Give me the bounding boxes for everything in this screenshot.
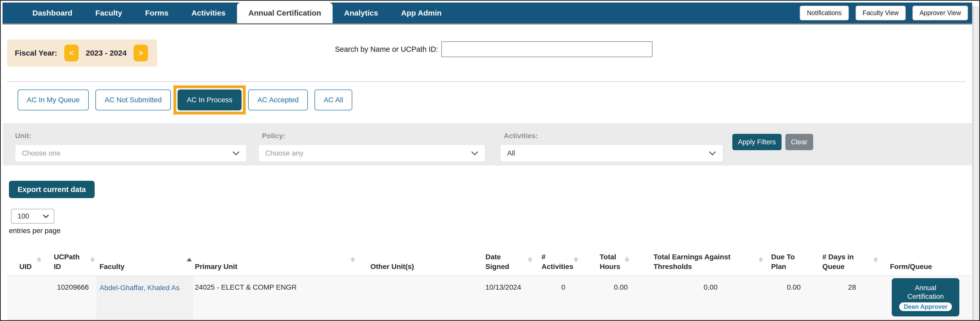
nav-tab-activities[interactable]: Activities xyxy=(180,3,237,23)
next-row-peek xyxy=(7,320,972,321)
faculty-link[interactable]: Abdel-Ghaffar, Khaled As xyxy=(99,284,180,292)
sort-both-icon[interactable] xyxy=(759,257,763,262)
section-divider xyxy=(7,81,965,82)
sort-both-icon[interactable] xyxy=(90,257,95,262)
column-header-uid[interactable]: UID xyxy=(7,243,43,276)
tab-ac-all[interactable]: AC All xyxy=(315,89,352,110)
search-label: Search by Name or UCPath ID: xyxy=(335,45,438,54)
nav-tab-faculty[interactable]: Faculty xyxy=(84,3,134,23)
nav-tab-app-admin[interactable]: App Admin xyxy=(390,3,453,23)
highlight-annotation-box: AC In Process xyxy=(178,89,242,110)
sort-both-icon[interactable] xyxy=(37,257,41,262)
sort-asc-icon[interactable] xyxy=(187,258,192,261)
policy-select-value: Choose any xyxy=(265,149,303,157)
cell-num-activities: 0 xyxy=(534,276,580,319)
app-window: Dashboard Faculty Forms Activities Annua… xyxy=(0,0,980,321)
search-input[interactable] xyxy=(441,41,652,57)
policy-label: Policy: xyxy=(262,132,285,140)
cell-days-in-queue: 28 xyxy=(808,276,880,319)
unit-label: Unit: xyxy=(15,132,31,140)
export-current-data-button[interactable]: Export current data xyxy=(9,181,95,198)
cell-primary-unit: 24025 - ELECT & COMP ENGR xyxy=(193,276,356,319)
fiscal-year-label: Fiscal Year: xyxy=(15,49,57,57)
faculty-view-button[interactable]: Faculty View xyxy=(856,6,906,21)
table-header-row: UID UCPathID Faculty Primary Unit Other … xyxy=(7,243,972,276)
dean-approver-badge: Dean Approver xyxy=(899,302,952,311)
next-year-button[interactable]: > xyxy=(134,44,148,62)
top-navigation: Dashboard Faculty Forms Activities Annua… xyxy=(3,3,972,24)
chevron-down-icon xyxy=(471,151,479,156)
search-bar: Search by Name or UCPath ID: xyxy=(335,41,652,57)
column-header-other-units: Other Unit(s) xyxy=(356,243,475,276)
column-header-date-signed[interactable]: DateSigned xyxy=(475,243,534,276)
approver-view-button[interactable]: Approver View xyxy=(912,6,968,21)
cell-total-earnings: 0.00 xyxy=(631,276,765,319)
cell-other-units xyxy=(356,276,475,319)
column-header-due-to-plan: Due ToPlan xyxy=(765,243,808,276)
column-header-num-activities[interactable]: #Activities xyxy=(534,243,580,276)
column-header-days-in-queue[interactable]: # Days inQueue xyxy=(808,243,880,276)
sort-both-icon[interactable] xyxy=(350,257,355,262)
sort-both-icon[interactable] xyxy=(528,257,532,262)
form-button-label: Annual Certification xyxy=(899,283,953,301)
unit-select[interactable]: Choose one xyxy=(15,145,247,162)
column-header-total-earnings[interactable]: Total Earnings AgainstThresholds xyxy=(631,243,765,276)
status-filter-tabs: AC In My Queue AC Not Submitted AC In Pr… xyxy=(18,89,352,110)
column-header-faculty[interactable]: Faculty xyxy=(96,243,193,276)
cell-faculty: Abdel-Ghaffar, Khaled As xyxy=(96,276,193,319)
activities-select-value: All xyxy=(507,149,515,157)
unit-select-value: Choose one xyxy=(22,149,60,157)
nav-tab-analytics[interactable]: Analytics xyxy=(332,3,390,23)
page-size-select[interactable]: 100 xyxy=(11,209,54,224)
column-header-primary-unit[interactable]: Primary Unit xyxy=(193,243,356,276)
cell-uid xyxy=(7,276,43,319)
nav-tab-annual-certification[interactable]: Annual Certification xyxy=(237,3,332,23)
cell-due-to-plan: 0.00 xyxy=(765,276,808,319)
cell-date-signed: 10/13/2024 xyxy=(475,276,534,319)
nav-tab-dashboard[interactable]: Dashboard xyxy=(21,3,84,23)
policy-select[interactable]: Choose any xyxy=(258,145,485,162)
certification-table: UID UCPathID Faculty Primary Unit Other … xyxy=(7,243,972,321)
cell-form-queue: Annual Certification Dean Approver xyxy=(880,276,972,319)
fiscal-year-selector: Fiscal Year: < 2023 - 2024 > xyxy=(7,40,157,67)
fiscal-year-value: 2023 - 2024 xyxy=(86,49,127,57)
vertical-scrollbar[interactable] xyxy=(973,1,979,320)
tab-ac-in-process[interactable]: AC In Process xyxy=(178,89,242,110)
previous-year-button[interactable]: < xyxy=(64,44,79,62)
clear-filters-button[interactable]: Clear xyxy=(785,134,813,150)
chevron-down-icon xyxy=(709,151,716,156)
column-header-ucpath-id[interactable]: UCPathID xyxy=(43,243,96,276)
entries-per-page-label: entries per page xyxy=(9,227,60,235)
page-size-value: 100 xyxy=(18,212,29,220)
tab-ac-in-my-queue[interactable]: AC In My Queue xyxy=(18,89,89,110)
cell-total-hours: 0.00 xyxy=(580,276,631,319)
sort-both-icon[interactable] xyxy=(574,257,578,262)
activities-label: Activities: xyxy=(504,132,538,140)
sort-both-icon[interactable] xyxy=(873,257,878,262)
column-header-total-hours[interactable]: TotalHours xyxy=(580,243,631,276)
chevron-down-icon xyxy=(232,151,240,156)
chevron-down-icon xyxy=(43,214,49,218)
tab-ac-accepted[interactable]: AC Accepted xyxy=(248,89,308,110)
activities-select[interactable]: All xyxy=(500,145,723,162)
nav-tab-forms[interactable]: Forms xyxy=(134,3,180,23)
table-row: 10209666 Abdel-Ghaffar, Khaled As 24025 … xyxy=(7,276,972,320)
cell-ucpath-id: 10209666 xyxy=(43,276,96,319)
sort-both-icon[interactable] xyxy=(625,257,629,262)
notifications-button[interactable]: Notifications xyxy=(800,6,849,21)
topbar-actions: Notifications Faculty View Approver View xyxy=(800,6,968,21)
annual-certification-button[interactable]: Annual Certification Dean Approver xyxy=(892,278,959,316)
filter-panel: Unit: Choose one Policy: Choose any Acti… xyxy=(3,123,972,165)
column-header-form-queue: Form/Queue xyxy=(880,243,972,276)
apply-filters-button[interactable]: Apply Filters xyxy=(732,134,781,150)
tab-ac-not-submitted[interactable]: AC Not Submitted xyxy=(95,89,171,110)
